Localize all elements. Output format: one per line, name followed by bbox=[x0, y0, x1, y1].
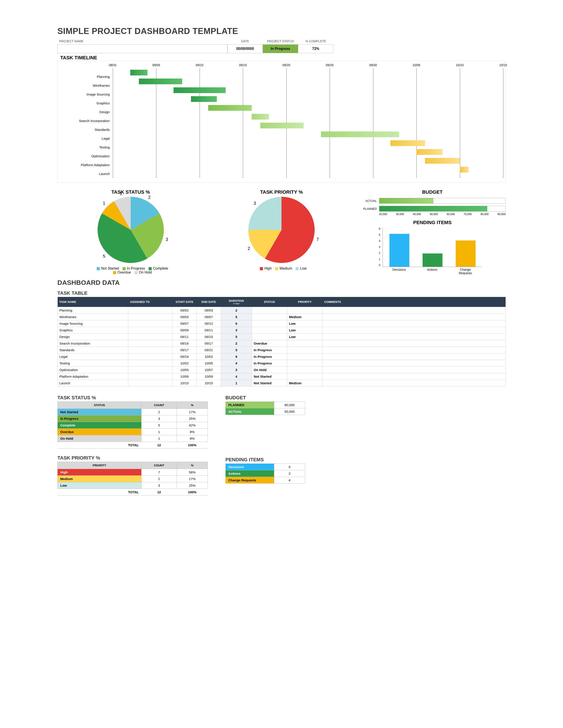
table-cell[interactable]: Optimization bbox=[58, 367, 128, 373]
table-cell[interactable]: Design bbox=[58, 334, 128, 340]
table-cell[interactable]: 25% bbox=[177, 415, 208, 422]
table-cell[interactable]: 09/17 bbox=[197, 340, 221, 347]
table-cell[interactable]: 1 bbox=[141, 429, 177, 435]
table-cell[interactable]: Complete bbox=[252, 334, 287, 340]
table-cell[interactable]: 2 bbox=[274, 470, 305, 477]
table-cell[interactable] bbox=[128, 327, 172, 334]
table-cell[interactable]: 09/17 bbox=[172, 347, 197, 353]
table-cell[interactable]: 17% bbox=[177, 476, 208, 482]
table-cell[interactable]: Graphics bbox=[58, 327, 128, 334]
table-cell[interactable] bbox=[128, 340, 172, 347]
table-cell[interactable]: 7 bbox=[141, 469, 177, 476]
table-cell[interactable]: 09/09 bbox=[172, 327, 197, 334]
table-cell[interactable] bbox=[128, 314, 172, 320]
table-cell[interactable]: Medium bbox=[287, 314, 323, 320]
table-cell[interactable]: 10/09 bbox=[197, 373, 221, 380]
table-cell[interactable]: High bbox=[287, 347, 323, 353]
project-status-field[interactable]: In Progress bbox=[263, 44, 298, 53]
table-cell[interactable]: 10/02 bbox=[197, 353, 221, 360]
table-cell[interactable] bbox=[128, 320, 172, 327]
table-cell[interactable]: 09/11 bbox=[197, 327, 221, 334]
table-cell[interactable]: 09/21 bbox=[197, 347, 221, 353]
table-cell[interactable]: 09/03 bbox=[197, 307, 221, 314]
table-cell[interactable]: High bbox=[58, 469, 141, 476]
table-cell[interactable]: Complete bbox=[252, 307, 287, 314]
table-cell[interactable]: Image Sourcing bbox=[58, 320, 128, 327]
table-cell[interactable]: 09/02 bbox=[172, 307, 197, 314]
table-cell[interactable]: 09/15 bbox=[197, 334, 221, 340]
table-cell[interactable] bbox=[323, 373, 506, 380]
table-cell[interactable]: 09/11 bbox=[172, 334, 197, 340]
table-cell[interactable]: In Progress bbox=[58, 415, 141, 422]
table-cell[interactable]: 2 bbox=[141, 409, 177, 415]
table-cell[interactable]: 2 bbox=[141, 476, 177, 482]
date-field[interactable]: 00/00/0000 bbox=[227, 44, 263, 53]
table-cell[interactable]: 2 bbox=[221, 307, 252, 314]
table-cell[interactable]: 10/10 bbox=[197, 380, 221, 387]
table-cell[interactable]: 10/05 bbox=[197, 360, 221, 367]
table-cell[interactable]: High bbox=[287, 307, 323, 314]
table-cell[interactable]: ACTUAL bbox=[226, 408, 274, 415]
table-cell[interactable] bbox=[323, 380, 506, 387]
table-cell[interactable]: Overdue bbox=[58, 429, 141, 435]
table-cell[interactable]: 09/16 bbox=[172, 340, 197, 347]
table-cell[interactable] bbox=[323, 327, 506, 334]
table-cell[interactable]: Overdue bbox=[252, 340, 287, 347]
table-cell[interactable]: 3 bbox=[141, 415, 177, 422]
table-cell[interactable]: 10/10 bbox=[172, 380, 197, 387]
table-cell[interactable] bbox=[323, 347, 506, 353]
table-cell[interactable]: 8% bbox=[177, 429, 208, 435]
table-cell[interactable]: 5 bbox=[221, 347, 252, 353]
table-cell[interactable]: Low bbox=[287, 320, 323, 327]
table-cell[interactable]: Complete bbox=[252, 327, 287, 334]
table-cell[interactable]: 8% bbox=[177, 435, 208, 442]
table-cell[interactable]: Complete bbox=[58, 422, 141, 429]
table-cell[interactable]: Not Started bbox=[58, 409, 141, 415]
table-cell[interactable]: In Progress bbox=[252, 353, 287, 360]
table-cell[interactable]: 10/02 bbox=[172, 360, 197, 367]
table-cell[interactable]: 5 bbox=[221, 334, 252, 340]
table-cell[interactable]: 4 bbox=[221, 360, 252, 367]
table-cell[interactable] bbox=[323, 353, 506, 360]
table-cell[interactable]: Change Requests bbox=[226, 477, 274, 484]
table-cell[interactable]: Complete bbox=[252, 314, 287, 320]
table-cell[interactable]: 2 bbox=[221, 340, 252, 347]
table-cell[interactable]: Complete bbox=[252, 320, 287, 327]
table-cell[interactable]: High bbox=[287, 367, 323, 373]
table-cell[interactable]: 10/06 bbox=[172, 373, 197, 380]
table-cell[interactable]: Medium bbox=[287, 380, 323, 387]
project-name-field[interactable] bbox=[57, 44, 227, 53]
table-cell[interactable] bbox=[128, 367, 172, 373]
table-cell[interactable]: 5 bbox=[221, 314, 252, 320]
table-cell[interactable]: Actions bbox=[226, 470, 274, 477]
table-cell[interactable]: Low bbox=[58, 482, 141, 489]
table-cell[interactable]: 5 bbox=[274, 464, 305, 470]
table-cell[interactable]: In Progress bbox=[252, 360, 287, 367]
table-cell[interactable] bbox=[323, 307, 506, 314]
table-cell[interactable] bbox=[323, 367, 506, 373]
table-cell[interactable]: 3 bbox=[141, 482, 177, 489]
table-cell[interactable]: Planning bbox=[58, 307, 128, 314]
table-cell[interactable]: 4 bbox=[221, 373, 252, 380]
table-cell[interactable]: 09/07 bbox=[197, 314, 221, 320]
table-cell[interactable]: 10/07 bbox=[197, 367, 221, 373]
table-cell[interactable]: 25% bbox=[177, 482, 208, 489]
table-cell[interactable] bbox=[323, 334, 506, 340]
table-cell[interactable] bbox=[128, 360, 172, 367]
table-cell[interactable] bbox=[323, 314, 506, 320]
table-cell[interactable]: 17% bbox=[177, 409, 208, 415]
table-cell[interactable] bbox=[128, 347, 172, 353]
table-cell[interactable]: 09/24 bbox=[172, 353, 197, 360]
table-cell[interactable] bbox=[128, 373, 172, 380]
table-cell[interactable]: 9 bbox=[221, 353, 252, 360]
table-cell[interactable]: 58% bbox=[177, 469, 208, 476]
table-cell[interactable] bbox=[128, 334, 172, 340]
table-cell[interactable]: 4 bbox=[274, 477, 305, 484]
table-cell[interactable]: Wireframes bbox=[58, 314, 128, 320]
table-cell[interactable]: On Hold bbox=[58, 435, 141, 442]
table-cell[interactable]: High bbox=[287, 360, 323, 367]
table-cell[interactable]: 09/03 bbox=[172, 314, 197, 320]
table-cell[interactable]: Launch bbox=[58, 380, 128, 387]
table-cell[interactable]: Low bbox=[287, 327, 323, 334]
table-cell[interactable]: 6 bbox=[221, 320, 252, 327]
